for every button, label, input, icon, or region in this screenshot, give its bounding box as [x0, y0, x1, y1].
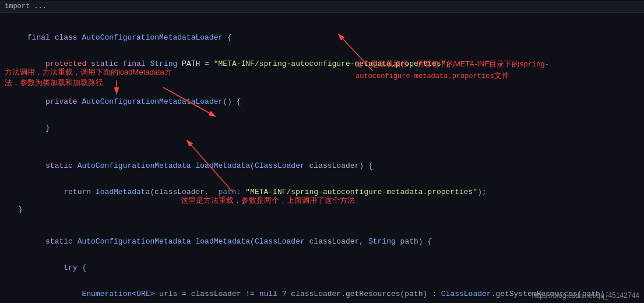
null-kw: null [259, 290, 282, 298]
param-type-2: ClassLoader [255, 237, 309, 246]
param-label: path: [214, 188, 246, 196]
final-keyword2: final [123, 59, 150, 68]
constructor-close: } [0, 115, 644, 141]
code-viewer: import ... final class AutoConfiguration… [0, 0, 644, 303]
import-line: import ... [0, 1, 644, 13]
param-type-3: String [368, 237, 400, 246]
try-line: try { [0, 255, 644, 281]
load-metadata-1-body: return loadMetadata(classLoader, path: "… [0, 179, 644, 205]
class-keyword: class [55, 33, 82, 42]
blank-line-1 [0, 13, 644, 24]
path-field: protected static final String PATH = "ME… [0, 51, 644, 77]
private-keyword: private [45, 97, 82, 106]
blank-line-4 [0, 217, 644, 228]
method-name-2: loadMetadata [195, 237, 250, 246]
blank-line-3 [0, 141, 644, 153]
string-type: String [150, 59, 182, 68]
watermark: https://blog.csdn.net/qq_45142744 [532, 291, 639, 300]
path-var: PATH [182, 59, 205, 68]
static-kw-2: static [45, 161, 78, 170]
method-name-1: loadMetadata [195, 161, 250, 170]
return-type-2: AutoConfigurationMetadata [78, 237, 196, 246]
constructor-decl: private AutoConfigurationMetadataLoader(… [0, 89, 644, 115]
load-metadata-1-decl: static AutoConfigurationMetadata loadMet… [0, 153, 644, 179]
final-keyword: final [27, 33, 55, 42]
load-metadata-2-decl: static AutoConfigurationMetadata loadMet… [0, 228, 644, 255]
enum-type: Enumeration [82, 290, 132, 298]
path-string-1: "META-INF/spring-autoconfigure-metadata.… [245, 188, 477, 196]
static-keyword: static [91, 59, 123, 68]
classloader-type: ClassLoader [441, 290, 491, 298]
url-type: URL [136, 290, 150, 298]
path-value: "META-INF/spring-autoconfigure-metadata.… [214, 59, 446, 68]
try-kw: try [64, 263, 82, 272]
static-kw-3: static [45, 237, 78, 246]
param-name-1: classLoader) { [309, 161, 373, 170]
constructor-name: AutoConfigurationMetadataLoader [82, 97, 223, 106]
param-type-1: ClassLoader [255, 161, 309, 170]
protected-keyword: protected [45, 59, 91, 68]
blank-line-2 [0, 77, 644, 89]
return-kw-1: return [64, 188, 96, 196]
import-text: import ... [5, 2, 47, 10]
method-1-close: } [0, 205, 644, 217]
class-declaration: final class AutoConfigurationMetadataLoa… [0, 24, 644, 51]
class-name: AutoConfigurationMetadataLoader [82, 33, 223, 42]
return-type-1: AutoConfigurationMetadata [78, 161, 196, 170]
call-name-1: loadMetadata [96, 188, 150, 196]
